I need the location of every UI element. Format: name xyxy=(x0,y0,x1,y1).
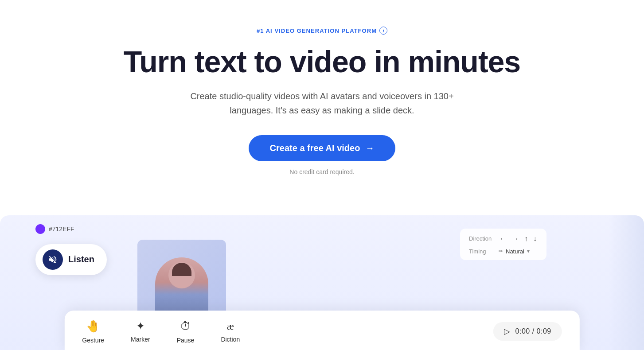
timing-row: Timing ✏ Natural ▾ xyxy=(469,248,538,255)
timing-label: Timing xyxy=(469,248,493,255)
gesture-label: Gesture xyxy=(82,337,104,344)
preview-section: #712EFF Listen Direction xyxy=(0,215,644,350)
listen-text: Listen xyxy=(68,254,94,264)
avatar-hair xyxy=(172,263,191,276)
marker-icon: ✦ xyxy=(136,320,145,332)
toolbar-tools: 🤚 Gesture ✦ Marker ⏱ Pause æ Diction xyxy=(82,319,240,344)
pause-tool[interactable]: ⏱ Pause xyxy=(177,319,195,344)
diction-label: Diction xyxy=(221,336,240,343)
color-dot xyxy=(35,224,45,234)
dir-down-arrow[interactable]: ↓ xyxy=(532,234,538,244)
platform-badge-text: #1 AI VIDEO GENERATION PLATFORM xyxy=(257,27,377,34)
color-swatch: #712EFF xyxy=(35,224,74,234)
cta-arrow: → xyxy=(365,143,374,153)
gesture-icon: 🤚 xyxy=(86,319,100,333)
avatar-head xyxy=(168,262,195,288)
no-credit-card-text: No credit card required. xyxy=(289,168,354,175)
platform-badge: #1 AI VIDEO GENERATION PLATFORM i xyxy=(257,27,387,35)
cta-label: Create a free AI video xyxy=(270,143,360,153)
hero-title: Turn text to video in minutes xyxy=(124,45,520,78)
pause-label: Pause xyxy=(177,337,195,344)
dir-right-arrow[interactable]: → xyxy=(511,234,520,244)
marker-label: Marker xyxy=(131,336,150,343)
hero-subtitle: Create studio-quality videos with AI ava… xyxy=(172,89,473,117)
hero-section: #1 AI VIDEO GENERATION PLATFORM i Turn t… xyxy=(0,0,644,215)
listen-button[interactable]: Listen xyxy=(35,244,107,275)
direction-arrows: ← → ↑ ↓ xyxy=(499,234,538,244)
avatar-card xyxy=(137,240,226,319)
color-hex-label: #712EFF xyxy=(49,226,74,233)
marker-tool[interactable]: ✦ Marker xyxy=(131,320,150,343)
time-display: 0:00 / 0:09 xyxy=(515,327,551,335)
right-fade-overlay xyxy=(609,215,644,350)
direction-label: Direction xyxy=(469,235,493,242)
timing-pencil-icon: ✏ xyxy=(499,248,503,254)
avatar-figure xyxy=(155,257,208,319)
playback-control: ▷ 0:00 / 0:09 xyxy=(493,322,562,341)
play-button[interactable]: ▷ xyxy=(504,327,510,336)
bottom-toolbar: 🤚 Gesture ✦ Marker ⏱ Pause æ Diction ▷ xyxy=(64,311,579,350)
timing-caret-icon: ▾ xyxy=(527,248,530,254)
info-icon[interactable]: i xyxy=(379,27,387,35)
diction-icon: æ xyxy=(227,320,234,332)
diction-tool[interactable]: æ Diction xyxy=(221,320,240,343)
direction-row: Direction ← → ↑ ↓ xyxy=(469,234,538,244)
gesture-tool[interactable]: 🤚 Gesture xyxy=(82,319,104,344)
listen-mute-icon xyxy=(43,249,63,270)
timing-dropdown[interactable]: ✏ Natural ▾ xyxy=(499,248,530,255)
dir-up-arrow[interactable]: ↑ xyxy=(523,234,529,244)
create-video-button[interactable]: Create a free AI video → xyxy=(249,135,396,161)
timing-value: Natural xyxy=(506,248,524,255)
dir-left-arrow[interactable]: ← xyxy=(499,234,507,244)
pause-icon: ⏱ xyxy=(180,319,191,333)
preview-inner: #712EFF Listen Direction xyxy=(0,215,644,350)
direction-controls: Direction ← → ↑ ↓ Timing ✏ Natural ▾ xyxy=(460,229,546,260)
